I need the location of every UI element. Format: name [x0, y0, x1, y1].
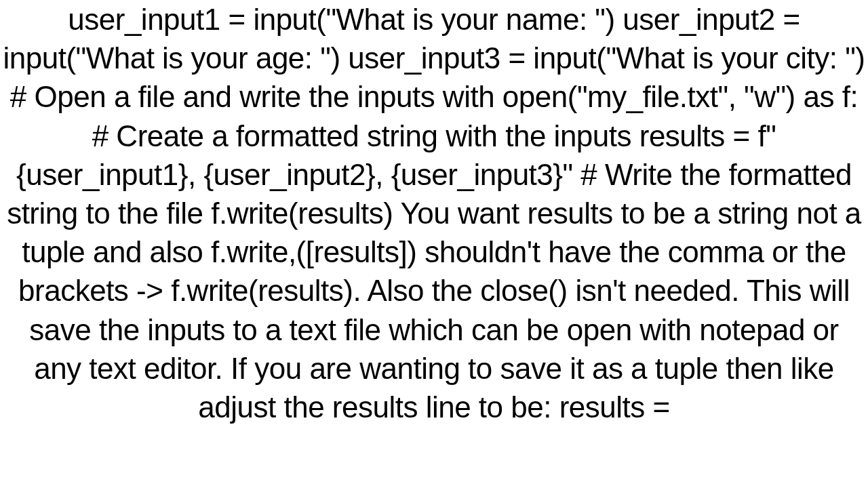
document-text: user_input1 = input("What is your name: … — [0, 0, 868, 426]
